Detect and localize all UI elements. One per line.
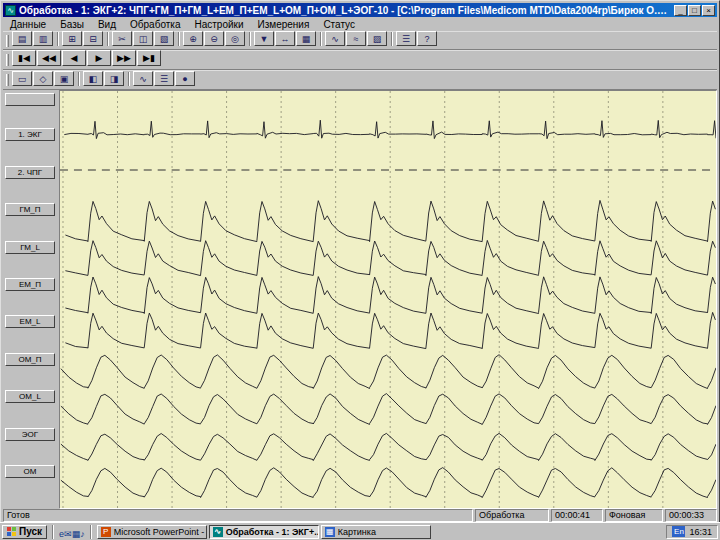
start-button[interactable]: Пуск [2,525,47,539]
montage-button[interactable]: ☰ [154,71,174,86]
playback-toolbar: ▮◀◀◀◀▶▶▶▶▮ [3,50,717,70]
launch-desktop-icon[interactable]: ▦ [72,529,81,539]
grid-button[interactable]: ▦ [296,31,316,46]
print-preview-button[interactable]: ⊟ [83,31,103,46]
app-icon: ∿ [5,5,16,16]
minimize-button[interactable]: _ [674,5,687,16]
settings-button[interactable]: ☰ [396,31,416,46]
task-kartinka-label: Картинка [338,527,376,537]
separator [107,32,109,46]
channel-button-4[interactable]: ГМ_L [5,241,55,254]
go-end-button[interactable]: ▶▮ [137,50,161,66]
close-button[interactable]: × [702,5,715,16]
window-title: Обработка - 1: ЭКГ+2: ЧПГ+ГМ_П+ГМ_L+ЕМ_П… [19,5,674,16]
status-message: Готов [3,509,473,522]
language-indicator[interactable]: En [672,526,685,537]
rewind-button[interactable]: ◀◀ [37,50,61,66]
channel-button-6[interactable]: ЕМ_L [5,315,55,328]
annotate-button[interactable]: ▣ [54,71,74,86]
task-obrabotka[interactable]: ∿Обработка - 1: ЭКГ+... [209,525,319,539]
toolbar-grip[interactable] [6,74,9,86]
status-cells: Обработка00:00:41Фоновая00:00:33 [475,509,717,522]
play-button[interactable]: ▶ [87,50,111,66]
menu-item-6[interactable]: Измерения [251,19,317,30]
channel-column-header[interactable] [5,93,55,106]
event-marker-button[interactable]: ◇ [33,71,53,86]
window-controls: _□× [674,5,715,16]
save-file-button[interactable]: ▥ [33,31,53,46]
info-button[interactable]: ● [175,71,195,86]
status-cell-2: 00:00:41 [551,509,603,522]
main-toolbar: ▤▥⊞⊟✂◫▧⊕⊖◎▼↔▦∿≈▨☰? [3,31,717,50]
desktop: ∿ Обработка - 1: ЭКГ+2: ЧПГ+ГМ_П+ГМ_L+ЕМ… [0,0,720,540]
launch-media-icon[interactable]: ♪ [80,529,85,539]
status-cell-3: Фоновая [605,509,663,522]
task-kartinka[interactable]: ▦Картинка [321,525,431,539]
waveform-plot[interactable] [59,90,717,509]
app-window: ∿ Обработка - 1: ЭКГ+2: ЧПГ+ГМ_П+ГМ_L+ЕМ… [0,0,720,522]
menu-bar: ДанныеБазыВидОбработкаНастройкиИзмерения… [3,17,717,31]
spectrum-button[interactable]: ≈ [346,31,366,46]
fragment-left-button[interactable]: ◧ [83,71,103,86]
task-powerpoint-icon: P [101,527,111,537]
toolbar-grip[interactable] [6,54,9,66]
channel-button-2[interactable]: 2. ЧПГ [5,166,55,179]
waveform-trace-7 [61,355,716,389]
separator [391,32,393,46]
menu-item-1[interactable]: Данные [3,19,53,30]
separator [178,32,180,46]
channel-button-3[interactable]: ГМ_П [5,203,55,216]
channel-button-9[interactable]: ЭОГ [5,428,55,441]
menu-item-7[interactable]: Статус [316,19,362,30]
zoom-out-button[interactable]: ⊖ [204,31,224,46]
marker-button[interactable]: ▼ [254,31,274,46]
playback-toolbar-buttons: ▮◀◀◀◀▶▶▶▶▮ [12,50,162,70]
help-button[interactable]: ? [417,31,437,46]
channel-button-8[interactable]: ОМ_L [5,390,55,403]
separator [52,525,54,539]
select-button[interactable]: ▭ [12,71,32,86]
fast-forward-button[interactable]: ▶▶ [112,50,136,66]
content-area: 1. ЭКГ2. ЧПГГМ_ПГМ_LЕМ_ПЕМ_LОМ_ПОМ_LЭОГО… [3,90,717,509]
step-back-button[interactable]: ◀ [62,50,86,66]
taskbar: Пуск e✉▦♪ PMicrosoft PowerPoint - [Пр...… [0,522,720,540]
cut-button[interactable]: ✂ [112,31,132,46]
open-file-button[interactable]: ▤ [12,31,32,46]
task-powerpoint[interactable]: PMicrosoft PowerPoint - [Пр... [97,525,207,539]
zoom-in-button[interactable]: ⊕ [183,31,203,46]
fragment-right-button[interactable]: ◨ [104,71,124,86]
channel-column: 1. ЭКГ2. ЧПГГМ_ПГМ_LЕМ_ПЕМ_LОМ_ПОМ_LЭОГО… [3,90,59,509]
go-start-button[interactable]: ▮◀ [12,50,36,66]
system-tray: En 16:31 [666,525,718,539]
task-obrabotka-icon: ∿ [213,527,223,537]
menu-item-4[interactable]: Обработка [123,19,187,30]
search-button[interactable]: ◎ [225,31,245,46]
paste-button[interactable]: ▧ [154,31,174,46]
maximize-button[interactable]: □ [688,5,701,16]
menu-item-3[interactable]: Вид [91,19,123,30]
measure-button[interactable]: ↔ [275,31,295,46]
separator [78,72,80,86]
tools-toolbar-buttons: ▭◇▣◧◨∿☰● [12,71,196,90]
task-powerpoint-label: Microsoft PowerPoint - [Пр... [114,527,207,537]
toolbar-grip[interactable] [6,35,9,47]
waveform-trace-10 [61,468,716,498]
waveform-trace-9 [61,433,716,460]
histogram-button[interactable]: ▨ [367,31,387,46]
quick-launch: e✉▦♪ [59,523,85,540]
channel-button-10[interactable]: ОМ [5,465,55,478]
menu-item-5[interactable]: Настройки [187,19,250,30]
launch-mail-icon[interactable]: ✉ [64,529,72,539]
menu-item-2[interactable]: Базы [53,19,91,30]
channel-button-7[interactable]: ОМ_П [5,353,55,366]
filter-button[interactable]: ∿ [325,31,345,46]
task-buttons: PMicrosoft PowerPoint - [Пр...∿Обработка… [97,525,431,539]
filter2-button[interactable]: ∿ [133,71,153,86]
start-button-label: Пуск [19,526,42,537]
channel-button-1[interactable]: 1. ЭКГ [5,128,55,141]
separator [57,32,59,46]
taskbar-clock: 16:31 [689,527,712,537]
print-button[interactable]: ⊞ [62,31,82,46]
channel-button-5[interactable]: ЕМ_П [5,278,55,291]
copy-button[interactable]: ◫ [133,31,153,46]
